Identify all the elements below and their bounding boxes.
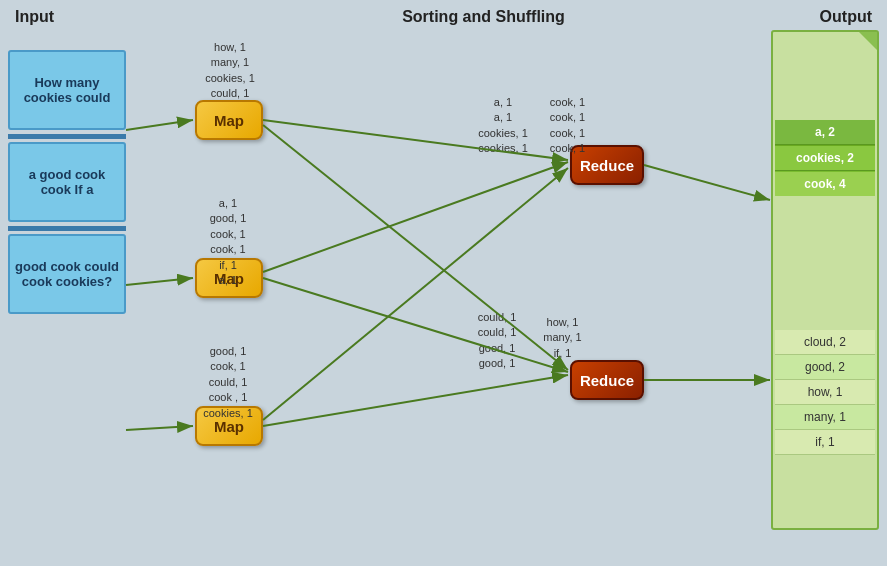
arrows-svg [0, 0, 887, 566]
output-item-cookies2: cookies, 2 [775, 145, 875, 171]
output-section-1: a, 2 cookies, 2 cook, 4 [775, 120, 875, 196]
map3-output-label: good, 1cook, 1could, 1cook , 1cookies, 1 [178, 344, 278, 421]
output-column [771, 30, 879, 530]
reduce1-input-left: a, 1a, 1cookies, 1cookies, 1 [468, 95, 538, 157]
output-item-if1: if, 1 [775, 430, 875, 455]
output-item-good2: good, 2 [775, 355, 875, 380]
map-box-1: Map [195, 100, 263, 140]
output-item-how1: how, 1 [775, 380, 875, 405]
input-box-2: a good cook cook If a [8, 142, 126, 222]
arrow-input1-map1 [126, 120, 193, 130]
map2-output-label: a, 1good, 1cook, 1cook, 1if, 1a, 1 [178, 196, 278, 288]
arrow-input3-map3 [126, 426, 193, 430]
sorting-header: Sorting and Shuffling [280, 8, 687, 26]
input-header: Input [15, 8, 54, 26]
reduce1-input-right: cook, 1cook, 1cook, 1cook, 1 [540, 95, 595, 157]
arrow-reduce1-output [644, 165, 770, 200]
reduce2-input-right: how, 1many, 1if, 1 [535, 315, 590, 361]
diagram-container: Input Sorting and Shuffling Output How m… [0, 0, 887, 566]
output-item-cloud2: cloud, 2 [775, 330, 875, 355]
reduce2-input-left: could, 1could, 1good, 1good, 1 [462, 310, 532, 372]
output-item-cook4: cook, 4 [775, 171, 875, 196]
input-box-1: How many cookies could [8, 50, 126, 130]
output-item-a2: a, 2 [775, 120, 875, 145]
map1-output-label: how, 1many, 1cookies, 1could, 1 [185, 40, 275, 102]
divider-2 [8, 226, 126, 231]
output-header: Output [820, 8, 872, 26]
input-box-3: good cook could cook cookies? [8, 234, 126, 314]
arrow-map3-reduce1 [263, 168, 568, 420]
input-column: How many cookies could a good cook cook … [8, 50, 126, 318]
output-item-many1: many, 1 [775, 405, 875, 430]
divider-1 [8, 134, 126, 139]
reduce-box-2: Reduce [570, 360, 644, 400]
arrow-map3-reduce2 [263, 375, 568, 426]
output-section-2: cloud, 2 good, 2 how, 1 many, 1 if, 1 [775, 330, 875, 455]
arrow-map2-reduce1 [263, 162, 568, 272]
